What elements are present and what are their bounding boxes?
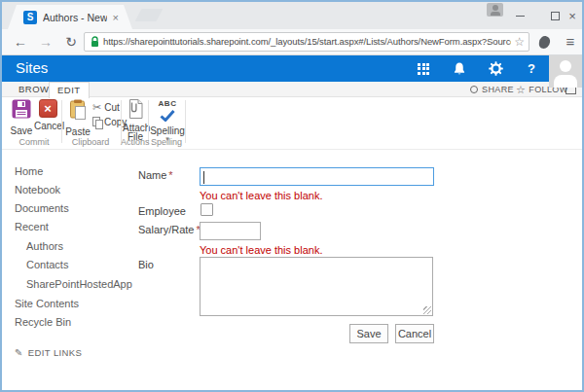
sidebar-item-notebook[interactable]: Notebook — [15, 184, 60, 196]
spelling-abc-icon: ABC — [150, 99, 185, 108]
help-icon: ? — [528, 61, 535, 76]
back-button[interactable]: ← — [10, 32, 31, 52]
tab-edit[interactable]: EDIT — [49, 82, 90, 98]
browser-profile-button[interactable] — [487, 3, 503, 17]
share-icon — [470, 86, 478, 93]
secure-lock-icon — [91, 36, 99, 48]
sidebar-item-site-contents[interactable]: Site Contents — [15, 298, 79, 309]
app-grid-icon — [418, 63, 429, 75]
forward-icon: → — [39, 34, 53, 50]
bio-textarea[interactable] — [200, 257, 433, 316]
tab-close-icon[interactable]: × — [113, 13, 119, 22]
edit-links-label: EDIT LINKS — [28, 347, 83, 358]
minimize-icon — [516, 16, 525, 17]
ribbon-tab-row: BROWSE EDIT SHARE ☆ FOLLOW — [2, 82, 582, 97]
ribbon-spelling-button[interactable]: ABC Spelling ▾ — [150, 99, 185, 142]
url-text: https://sharepointtutorials.sharepoint.c… — [103, 33, 511, 51]
gear-icon — [489, 61, 503, 76]
ribbon-attach-file-button[interactable]: Attach File — [123, 99, 148, 141]
cancel-label: Cancel — [34, 121, 61, 131]
group-label-clipboard: Clipboard — [62, 137, 119, 147]
sidebar-item-documents[interactable]: Documents — [15, 202, 69, 214]
forward-button[interactable]: → — [35, 32, 56, 52]
help-button[interactable]: ? — [516, 55, 547, 82]
salary-field-label: Salary/Rate* — [138, 224, 201, 235]
group-label-spelling: Spelling — [148, 137, 185, 147]
cut-scissors-icon: ✂ — [92, 101, 101, 114]
sidebar-item-home[interactable]: Home — [15, 165, 43, 177]
employee-field-label: Employee — [138, 205, 186, 217]
site-title: Sites — [16, 59, 48, 76]
ribbon-cancel-button[interactable]: × Cancel — [34, 99, 61, 131]
bell-icon — [453, 61, 466, 76]
bio-field-label: Bio — [138, 259, 154, 270]
share-button[interactable]: SHARE — [470, 82, 514, 97]
sharepoint-favicon-icon: S — [23, 11, 37, 24]
spelling-check-icon — [160, 110, 175, 122]
cancel-x-icon: × — [39, 99, 57, 118]
share-label: SHARE — [482, 82, 514, 97]
name-input[interactable] — [200, 167, 434, 186]
browser-window: S Authors - New Item × × ← → ↻ https://s… — [0, 0, 584, 392]
salary-input[interactable] — [200, 222, 261, 240]
sidebar-item-sharepointhostedapp[interactable]: SharePointHostedApp — [26, 278, 132, 290]
name-error-message: You can't leave this blank. — [200, 190, 322, 201]
profile-person-icon — [491, 12, 500, 16]
name-field-label: Name* — [138, 169, 173, 181]
close-icon: × — [568, 10, 576, 22]
browser-tab[interactable]: S Authors - New Item × — [8, 5, 132, 29]
copy-pages-icon — [92, 117, 101, 127]
group-label-commit: Commit — [8, 137, 60, 147]
sidebar-item-contacts[interactable]: Contacts — [26, 259, 68, 270]
user-avatar[interactable] — [549, 55, 582, 88]
reload-icon: ↻ — [65, 34, 77, 50]
sidebar-item-recent[interactable]: Recent — [15, 221, 49, 232]
follow-star-icon: ☆ — [516, 85, 526, 94]
person-icon — [560, 60, 571, 72]
sidebar-item-recycle-bin[interactable]: Recycle Bin — [15, 316, 71, 328]
url-input[interactable]: https://sharepointtutorials.sharepoint.c… — [84, 32, 529, 52]
attach-file-icon — [128, 99, 143, 119]
ribbon-save-button[interactable]: Save — [8, 99, 35, 136]
new-tab-button[interactable] — [135, 9, 164, 21]
hamburger-icon: ≡ — [566, 33, 575, 50]
group-divider — [185, 100, 186, 143]
edit-links-button[interactable]: ✎EDIT LINKS — [15, 347, 82, 358]
form-save-button[interactable]: Save — [349, 324, 388, 343]
paste-label: Paste — [64, 126, 91, 137]
save-label: Save — [8, 125, 35, 136]
browser-titlebar: S Authors - New Item × × — [2, 2, 582, 29]
ribbon-cut-button[interactable]: ✂ Cut — [92, 101, 120, 114]
save-floppy-icon — [12, 99, 31, 119]
group-label-actions: Actions — [121, 137, 148, 147]
page-content: Home Notebook Documents Recent Authors C… — [2, 150, 582, 390]
close-button[interactable]: × — [558, 2, 584, 29]
notifications-button[interactable] — [444, 55, 475, 82]
app-launcher-button[interactable] — [408, 55, 439, 82]
tab-title: Authors - New Item — [43, 12, 107, 23]
browser-menu-button[interactable]: ≡ — [562, 32, 579, 52]
required-marker: * — [168, 169, 172, 181]
sidebar-item-authors[interactable]: Authors — [26, 240, 63, 252]
salary-error-message: You can't leave this blank. — [200, 244, 322, 256]
text-caret — [203, 171, 204, 184]
extension-icon[interactable] — [538, 35, 551, 49]
minimize-button[interactable] — [505, 2, 534, 29]
ribbon: Save × Cancel Paste ✂ Cut Copy — [2, 97, 582, 150]
pencil-icon: ✎ — [15, 347, 23, 358]
ribbon-paste-button[interactable]: Paste — [64, 99, 91, 137]
person-icon — [554, 75, 577, 88]
profile-person-icon — [493, 5, 498, 11]
paste-clipboard-icon — [69, 99, 87, 120]
reload-button[interactable]: ↻ — [60, 32, 82, 52]
cut-label: Cut — [104, 102, 120, 113]
settings-button[interactable] — [480, 55, 511, 82]
bookmark-star-icon[interactable]: ☆ — [514, 35, 525, 49]
back-icon: ← — [14, 34, 27, 50]
form-cancel-button[interactable]: Cancel — [395, 324, 434, 343]
suite-bar: Sites — [2, 55, 582, 82]
browser-addressbar: ← → ↻ https://sharepointtutorials.sharep… — [2, 29, 582, 55]
textarea-resize-handle[interactable] — [423, 306, 431, 314]
employee-checkbox[interactable] — [201, 203, 213, 216]
